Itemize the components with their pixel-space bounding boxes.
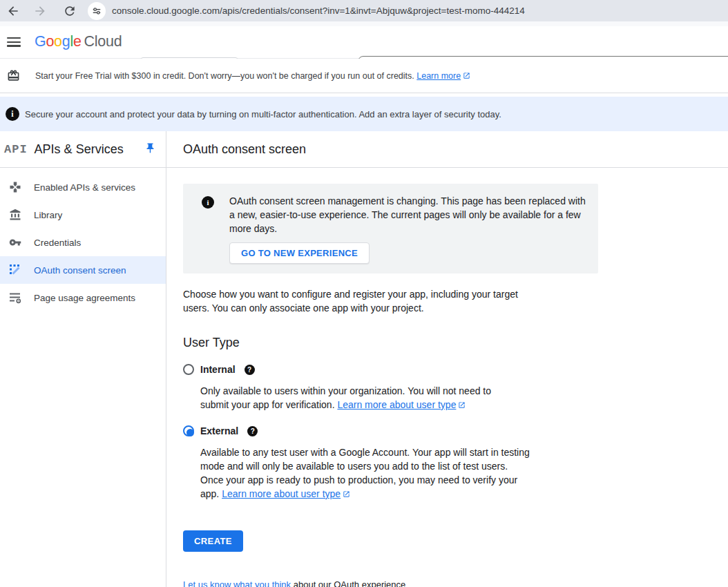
mfa-banner: i Secure your account and protect your d… bbox=[0, 97, 728, 131]
sidebar-item-oauth-consent-screen[interactable]: OAuth consent screen bbox=[0, 256, 166, 284]
enabled-apis-icon bbox=[9, 181, 21, 193]
info-icon: i bbox=[6, 107, 19, 121]
external-link-icon bbox=[343, 490, 350, 498]
user-type-option-internal: Internal ? bbox=[183, 364, 728, 375]
help-icon[interactable]: ? bbox=[247, 426, 258, 436]
sidebar-item-page-usage-agreements[interactable]: Page usage agreements bbox=[0, 284, 166, 311]
go-to-new-experience-button[interactable]: GO TO NEW EXPERIENCE bbox=[229, 242, 370, 264]
chrome-edge bbox=[0, 21, 728, 26]
menu-icon[interactable] bbox=[7, 36, 21, 48]
user-type-option-external: External ? bbox=[183, 425, 728, 436]
pin-icon[interactable] bbox=[144, 142, 156, 154]
page-title: OAuth consent screen bbox=[183, 142, 306, 157]
free-trial-banner: Start your Free Trial with $300 in credi… bbox=[0, 59, 728, 93]
user-type-heading: User Type bbox=[183, 336, 728, 350]
notice-text: OAuth consent screen management is chang… bbox=[229, 194, 587, 235]
learn-more-link[interactable]: Learn more bbox=[416, 71, 461, 81]
learn-more-user-type-link[interactable]: Learn more about user type bbox=[222, 488, 341, 499]
radio-internal[interactable] bbox=[183, 364, 194, 375]
site-settings-icon[interactable] bbox=[88, 2, 106, 20]
feedback-line: Let us know what you think about our OAu… bbox=[183, 579, 728, 587]
help-icon[interactable]: ? bbox=[245, 365, 255, 375]
radio-internal-label: Internal bbox=[200, 364, 236, 375]
radio-external-label: External bbox=[200, 425, 238, 436]
app-header: GoogleCloud test-momo bbox=[0, 26, 728, 59]
sidebar: API APIs & Services Enabled APIs & servi… bbox=[0, 131, 166, 587]
google-cloud-logo[interactable]: GoogleCloud bbox=[35, 33, 122, 50]
browser-toolbar: console.cloud.google.com/apis/credential… bbox=[0, 0, 728, 21]
main-content: OAuth consent screen i OAuth consent scr… bbox=[166, 131, 728, 587]
intro-text: Choose how you want to configure and reg… bbox=[183, 287, 523, 315]
library-icon bbox=[9, 209, 21, 221]
sidebar-nav: Enabled APIs & services Library Credenti… bbox=[0, 168, 166, 311]
agreements-icon bbox=[9, 291, 21, 304]
back-icon[interactable] bbox=[6, 4, 20, 18]
gift-icon bbox=[7, 69, 20, 82]
page-header: OAuth consent screen bbox=[166, 131, 728, 168]
sidebar-header: API APIs & Services bbox=[0, 131, 166, 168]
sidebar-title: APIs & Services bbox=[35, 142, 124, 157]
key-icon bbox=[9, 236, 21, 249]
create-button[interactable]: CREATE bbox=[183, 530, 243, 552]
api-product-logo: API bbox=[4, 143, 28, 156]
info-icon: i bbox=[202, 196, 214, 209]
url-bar[interactable]: console.cloud.google.com/apis/credential… bbox=[112, 6, 525, 16]
internal-description: Only available to users within your orga… bbox=[200, 384, 518, 412]
external-description: Available to any test user with a Google… bbox=[200, 445, 530, 501]
learn-more-user-type-link[interactable]: Learn more about user type bbox=[337, 399, 456, 410]
reload-icon[interactable] bbox=[63, 4, 77, 18]
external-link-icon bbox=[463, 72, 470, 79]
feedback-link[interactable]: Let us know what you think bbox=[183, 579, 291, 587]
free-trial-text: Start your Free Trial with $300 in credi… bbox=[35, 71, 470, 81]
feedback-text: about our OAuth experience bbox=[291, 579, 405, 587]
sidebar-item-library[interactable]: Library bbox=[0, 201, 166, 229]
sidebar-item-enabled-apis[interactable]: Enabled APIs & services bbox=[0, 173, 166, 201]
mfa-banner-text: Secure your account and protect your dat… bbox=[25, 109, 501, 119]
sidebar-item-credentials[interactable]: Credentials bbox=[0, 229, 166, 256]
deprecation-notice: i OAuth consent screen management is cha… bbox=[183, 184, 598, 273]
external-link-icon bbox=[458, 401, 466, 409]
radio-external[interactable] bbox=[183, 425, 194, 436]
forward-icon[interactable] bbox=[33, 4, 47, 18]
oauth-consent-icon bbox=[9, 264, 21, 276]
